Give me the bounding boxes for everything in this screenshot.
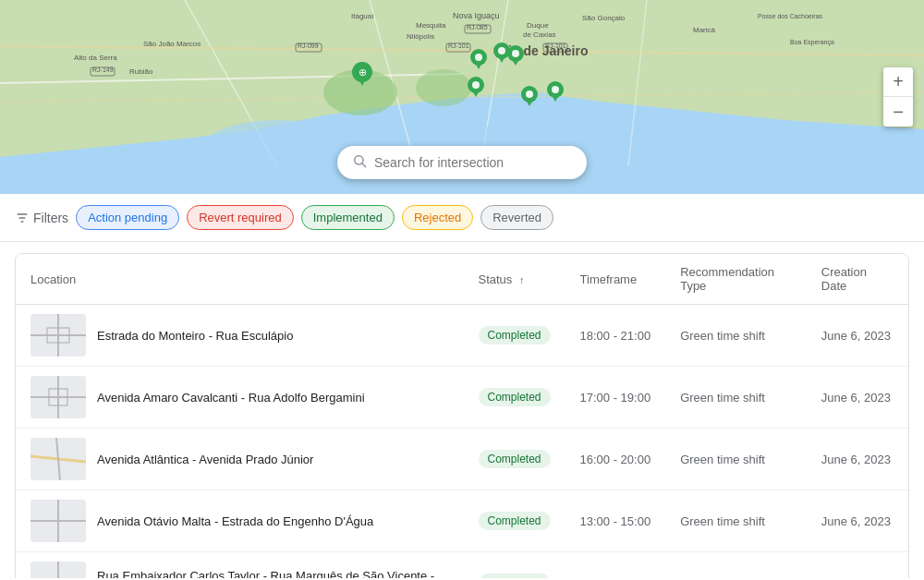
location-thumbnail bbox=[30, 314, 86, 356]
svg-text:Itaguaí: Itaguaí bbox=[351, 12, 374, 20]
cell-recommendation-type: Green time shift bbox=[665, 305, 807, 367]
location-thumbnail bbox=[30, 376, 86, 418]
svg-text:São João Marcos: São João Marcos bbox=[143, 40, 201, 48]
timeframe-value: 18:00 - 21:00 bbox=[580, 329, 651, 343]
location-name: Estrada do Monteiro - Rua Esculápio bbox=[97, 329, 293, 343]
chip-rejected[interactable]: Rejected bbox=[402, 205, 473, 230]
location-name: Rua Embaixador Carlos Taylor - Rua Marqu… bbox=[97, 569, 449, 578]
svg-text:⊕: ⊕ bbox=[359, 66, 367, 78]
filter-icon bbox=[15, 211, 30, 225]
location-name: Avenida Amaro Cavalcanti - Rua Adolfo Be… bbox=[97, 391, 365, 405]
cell-status: Completed bbox=[464, 490, 565, 552]
cell-status: Completed bbox=[464, 552, 565, 579]
cell-location: Avenida Atlântica - Avenida Prado Júnior bbox=[16, 429, 464, 490]
cell-creation-date: June 6, 2023 bbox=[807, 490, 908, 552]
status-badge: Completed bbox=[479, 574, 551, 578]
cell-creation-date: June 6, 2023 bbox=[807, 305, 908, 367]
chip-implemented[interactable]: Implemented bbox=[301, 205, 395, 230]
table-row[interactable]: Avenida Amaro Cavalcanti - Rua Adolfo Be… bbox=[16, 367, 908, 429]
table-body: Estrada do Monteiro - Rua Esculápio Comp… bbox=[16, 305, 908, 579]
timeframe-value: 16:00 - 20:00 bbox=[580, 453, 651, 466]
svg-point-52 bbox=[472, 81, 480, 89]
svg-text:Posse dos Cachoeiras: Posse dos Cachoeiras bbox=[758, 13, 823, 19]
cell-location: Avenida Otávio Malta - Estrada do Engenh… bbox=[16, 490, 464, 552]
svg-point-49 bbox=[512, 50, 519, 57]
svg-text:Boa Esperança: Boa Esperança bbox=[790, 39, 834, 46]
timeframe-value: 10:00 - 20:00 bbox=[580, 576, 651, 579]
sort-icon: ↑ bbox=[519, 274, 525, 285]
svg-text:Alto da Serra: Alto da Serra bbox=[74, 54, 117, 62]
creation-date-value: June 6, 2023 bbox=[821, 576, 891, 579]
zoom-out-button[interactable]: − bbox=[883, 97, 913, 127]
cell-creation-date: June 6, 2023 bbox=[807, 552, 908, 579]
svg-point-10 bbox=[203, 120, 351, 175]
cell-recommendation-type: Green time shift bbox=[665, 367, 807, 429]
location-thumbnail bbox=[30, 438, 86, 480]
col-status[interactable]: Status ↑ bbox=[464, 254, 565, 305]
svg-text:Nilópolis: Nilópolis bbox=[407, 32, 434, 41]
cell-location: Estrada do Monteiro - Rua Esculápio bbox=[16, 305, 464, 367]
cell-location: Avenida Amaro Cavalcanti - Rua Adolfo Be… bbox=[16, 367, 464, 429]
cell-status: Completed bbox=[464, 305, 565, 367]
svg-text:Nova Iguaçu: Nova Iguaçu bbox=[453, 11, 500, 20]
col-recommendation-type: Recommendation Type bbox=[665, 254, 807, 305]
filters-section: Filters Action pending Revert required I… bbox=[0, 194, 924, 242]
chip-reverted[interactable]: Reverted bbox=[480, 205, 553, 230]
map-container: Rio de Janeiro Nova Iguaçu RJ-085 Mesqui… bbox=[0, 0, 924, 194]
chip-revert-required[interactable]: Revert required bbox=[187, 205, 294, 230]
cell-timeframe: 17:00 - 19:00 bbox=[565, 367, 666, 429]
cell-recommendation-type: Green time shift bbox=[665, 429, 807, 490]
cell-timeframe: 16:00 - 20:00 bbox=[565, 429, 666, 490]
svg-text:Mesquita: Mesquita bbox=[416, 21, 446, 30]
zoom-controls: + − bbox=[883, 67, 913, 127]
svg-point-46 bbox=[498, 47, 505, 54]
svg-text:Duque: Duque bbox=[527, 21, 549, 30]
svg-point-55 bbox=[526, 91, 533, 98]
status-badge: Completed bbox=[479, 326, 551, 344]
recommendation-type-value: Green time shift bbox=[680, 514, 765, 528]
cell-recommendation-type: Green time shift bbox=[665, 490, 807, 552]
intersections-table: Location Status ↑ Timeframe Recommendati… bbox=[16, 254, 908, 578]
cell-timeframe: 18:00 - 21:00 bbox=[565, 305, 666, 367]
col-timeframe: Timeframe bbox=[565, 254, 666, 305]
status-badge: Completed bbox=[479, 512, 551, 530]
location-name: Avenida Otávio Malta - Estrada do Engenh… bbox=[97, 514, 373, 528]
col-location: Location bbox=[16, 254, 464, 305]
cell-status: Completed bbox=[464, 367, 565, 429]
table-section: Location Status ↑ Timeframe Recommendati… bbox=[0, 242, 924, 578]
table-row[interactable]: Estrada do Monteiro - Rua Esculápio Comp… bbox=[16, 305, 908, 367]
svg-point-43 bbox=[475, 54, 482, 61]
status-badge: Completed bbox=[479, 450, 551, 468]
creation-date-value: June 6, 2023 bbox=[821, 514, 891, 528]
svg-text:de Caxias: de Caxias bbox=[523, 30, 556, 39]
timeframe-value: 17:00 - 19:00 bbox=[580, 391, 651, 405]
timeframe-value: 13:00 - 15:00 bbox=[580, 514, 651, 528]
location-thumbnail bbox=[30, 562, 86, 578]
table-container: Location Status ↑ Timeframe Recommendati… bbox=[15, 253, 909, 578]
filters-label[interactable]: Filters bbox=[15, 211, 68, 225]
zoom-in-button[interactable]: + bbox=[883, 67, 913, 97]
cell-status: Completed bbox=[464, 429, 565, 490]
chip-action-pending[interactable]: Action pending bbox=[76, 205, 179, 230]
svg-line-60 bbox=[362, 163, 366, 167]
cell-creation-date: June 6, 2023 bbox=[807, 429, 908, 490]
recommendation-type-value: Green time shift bbox=[680, 391, 765, 405]
cell-location: Rua Embaixador Carlos Taylor - Rua Marqu… bbox=[16, 552, 464, 579]
svg-text:São Gonçalo: São Gonçalo bbox=[582, 14, 626, 22]
creation-date-value: June 6, 2023 bbox=[821, 391, 891, 405]
location-name: Avenida Atlântica - Avenida Prado Júnior bbox=[97, 453, 313, 466]
table-row[interactable]: Avenida Atlântica - Avenida Prado Júnior… bbox=[16, 429, 908, 490]
table-row[interactable]: Avenida Otávio Malta - Estrada do Engenh… bbox=[16, 490, 908, 552]
location-thumbnail bbox=[30, 500, 86, 542]
status-badge: Completed bbox=[479, 388, 551, 406]
cell-recommendation-type: Green time shift bbox=[665, 552, 807, 579]
cell-timeframe: 13:00 - 15:00 bbox=[565, 490, 666, 552]
search-input[interactable] bbox=[374, 155, 572, 170]
table-row[interactable]: Rua Embaixador Carlos Taylor - Rua Marqu… bbox=[16, 552, 908, 579]
recommendation-type-value: Green time shift bbox=[680, 576, 765, 579]
cell-creation-date: June 6, 2023 bbox=[807, 367, 908, 429]
svg-text:Rubião: Rubião bbox=[129, 67, 153, 76]
recommendation-type-value: Green time shift bbox=[680, 329, 765, 343]
creation-date-value: June 6, 2023 bbox=[821, 329, 891, 343]
search-bar-container bbox=[337, 146, 587, 179]
